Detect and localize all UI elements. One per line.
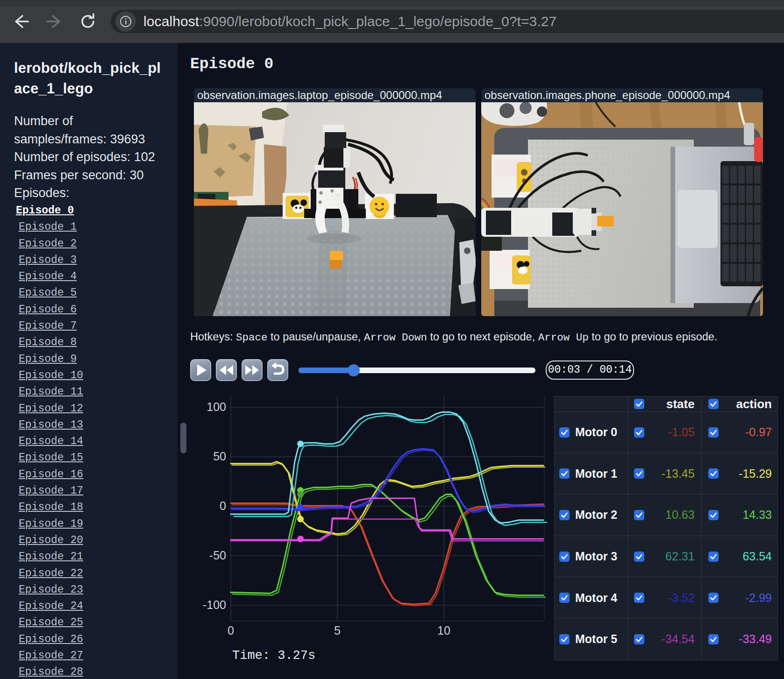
svg-text:-100: -100 bbox=[203, 598, 226, 611]
svg-text:10: 10 bbox=[437, 624, 450, 637]
svg-text:-50: -50 bbox=[209, 549, 226, 562]
svg-text:0: 0 bbox=[228, 624, 234, 637]
svg-text:100: 100 bbox=[207, 400, 226, 413]
svg-text:50: 50 bbox=[213, 450, 226, 463]
svg-text:Time: 3.27s: Time: 3.27s bbox=[232, 649, 315, 663]
svg-text:0: 0 bbox=[220, 499, 226, 512]
svg-text:5: 5 bbox=[334, 624, 341, 637]
